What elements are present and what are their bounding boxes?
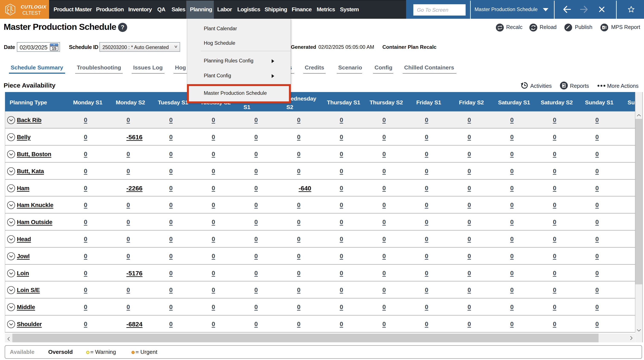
svg-text:15: 15 bbox=[52, 46, 56, 51]
svg-text:X: X bbox=[602, 26, 604, 29]
